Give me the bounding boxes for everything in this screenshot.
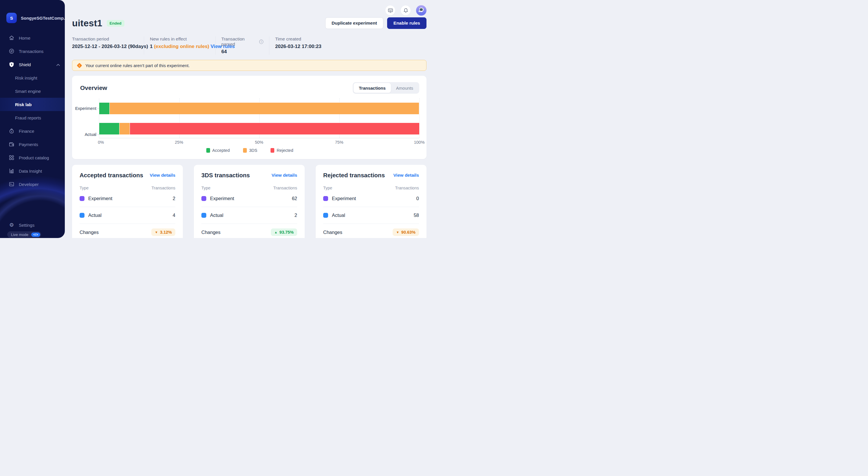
- sidebar-item-label: Developer: [19, 182, 38, 187]
- sidebar-item-risk-insight[interactable]: Risk insight: [0, 71, 65, 85]
- actual-swatch-icon: [80, 213, 85, 218]
- sidebar-item-label: Payments: [19, 142, 38, 147]
- 3ds-transactions-card: 3DS transactions View details Type Trans…: [194, 165, 305, 238]
- sidebar-item-developer[interactable]: Developer: [0, 178, 65, 191]
- legend-label: 3DS: [249, 148, 257, 153]
- warning-text: Your current online rules aren’t part of…: [85, 63, 189, 68]
- tab-transactions[interactable]: Transactions: [353, 83, 391, 93]
- feedback-smiley-icon: [388, 8, 393, 13]
- meta-transaction-parsed: Transaction parsed i 64: [215, 36, 269, 55]
- down-arrow-icon: ▼: [155, 230, 158, 234]
- company-switcher[interactable]: S SongyeSGTestComp...: [0, 0, 65, 23]
- experiment-meta: Transaction period 2025-12-12 - 2026-03-…: [72, 36, 427, 55]
- tab-amounts[interactable]: Amounts: [391, 83, 418, 93]
- user-avatar[interactable]: [416, 5, 427, 15]
- legend-item-accepted[interactable]: Accepted: [206, 148, 230, 153]
- meta-label: Time created: [275, 36, 321, 42]
- category-label-actual: Actual: [85, 132, 96, 137]
- sidebar-item-label: Data Insight: [19, 168, 42, 173]
- experiment-swatch-icon: [323, 196, 328, 201]
- sidebar-item-transactions[interactable]: Transactions: [0, 44, 65, 58]
- sidebar-item-home[interactable]: Home: [0, 31, 65, 44]
- sidebar-item-fraud-reports[interactable]: Fraud reports: [0, 111, 65, 124]
- legend-label: Accepted: [212, 148, 230, 153]
- accepted-transactions-card: Accepted transactions View details Type …: [72, 165, 183, 238]
- table-row: Actual 58: [323, 207, 419, 224]
- row-value: 0: [416, 196, 419, 201]
- meta-label: New rules in effect: [150, 36, 210, 42]
- transactions-icon: [9, 48, 14, 54]
- warning-icon: !: [77, 63, 82, 68]
- sidebar: S SongyeSGTestComp... Home Transactions …: [0, 0, 65, 238]
- new-rules-count: 1: [150, 44, 153, 49]
- chart-mode-toggle: Transactions Amounts: [353, 82, 419, 94]
- home-icon: [9, 35, 14, 41]
- transactions-column-header: Transactions: [152, 186, 175, 190]
- live-mode-toggle[interactable]: Live mode </>: [7, 231, 41, 238]
- sidebar-item-settings[interactable]: ⚙ Settings: [0, 218, 65, 232]
- topbar: [72, 0, 427, 15]
- sidebar-nav: Home Transactions Shield Risk insight Sm…: [0, 31, 65, 191]
- meta-time-created: Time created 2026-03-12 17:00:23: [269, 36, 327, 55]
- view-details-link[interactable]: View details: [150, 172, 175, 178]
- card-title: Accepted transactions: [80, 172, 143, 179]
- sidebar-item-product-catalog[interactable]: Product catalog: [0, 151, 65, 164]
- meta-value: 64: [221, 49, 263, 55]
- stat-cards-row: Accepted transactions View details Type …: [72, 165, 427, 238]
- shield-icon: [9, 62, 14, 67]
- data-insight-icon: [9, 168, 14, 174]
- legend-item-3ds[interactable]: 3DS: [243, 148, 257, 153]
- bar-segment-rejected: [130, 123, 420, 134]
- actual-swatch-icon: [323, 213, 328, 218]
- meta-transaction-period: Transaction period 2025-12-12 - 2026-03-…: [72, 36, 144, 55]
- type-column-header: Type: [80, 186, 89, 190]
- meta-value: 2026-03-12 17:00:23: [275, 44, 321, 50]
- tick-25: 25%: [175, 140, 183, 145]
- change-value: 93.75%: [279, 230, 294, 234]
- svg-text:$: $: [11, 130, 12, 133]
- company-name: SongyeSGTestComp...: [21, 15, 65, 21]
- table-row: Experiment 0: [323, 190, 419, 207]
- overview-title: Overview: [80, 85, 107, 91]
- warning-banner: ! Your current online rules aren’t part …: [72, 60, 427, 71]
- chart-x-axis: 0% 25% 50% 75% 100%: [99, 138, 419, 145]
- row-label: Actual: [332, 213, 345, 218]
- info-icon[interactable]: i: [259, 40, 263, 44]
- gear-icon: ⚙: [9, 222, 14, 228]
- experiment-swatch-icon: [80, 196, 85, 201]
- card-title: Rejected transactions: [323, 172, 385, 179]
- sidebar-item-smart-engine[interactable]: Smart engine: [0, 85, 65, 98]
- table-row: Experiment 2: [80, 190, 175, 207]
- sidebar-item-payments[interactable]: Payments: [0, 138, 65, 151]
- bar-segment-3ds: [110, 103, 419, 114]
- sidebar-item-label: Risk insight: [15, 75, 37, 81]
- chart-plot-area: [99, 98, 419, 138]
- view-details-link[interactable]: View details: [272, 172, 297, 178]
- enable-rules-button[interactable]: Enable rules: [387, 18, 427, 29]
- code-mode-icon[interactable]: </>: [31, 232, 40, 237]
- duplicate-experiment-button[interactable]: Duplicate experiment: [325, 18, 383, 29]
- sidebar-item-risk-lab[interactable]: Risk lab: [0, 98, 65, 111]
- changes-label: Changes: [202, 230, 220, 235]
- actual-swatch-icon: [202, 213, 206, 218]
- table-row: Actual 4: [80, 207, 175, 224]
- sidebar-item-label: Product catalog: [19, 155, 49, 160]
- sidebar-item-label: Shield: [19, 62, 31, 67]
- feedback-button[interactable]: [385, 5, 395, 15]
- chevron-up-icon[interactable]: [56, 62, 60, 67]
- row-label: Experiment: [88, 196, 112, 201]
- row-value: 4: [173, 213, 175, 218]
- finance-icon: $: [9, 128, 14, 134]
- sidebar-item-finance[interactable]: $ Finance: [0, 124, 65, 138]
- bell-icon: [403, 8, 408, 13]
- notifications-button[interactable]: [401, 5, 410, 15]
- view-details-link[interactable]: View details: [394, 172, 419, 178]
- legend-item-rejected[interactable]: Rejected: [271, 148, 293, 153]
- row-value: 2: [173, 196, 175, 201]
- change-value: 90.63%: [401, 230, 415, 234]
- sidebar-item-shield[interactable]: Shield: [0, 58, 65, 71]
- page-header: uitest1 Ended Duplicate experiment Enabl…: [72, 18, 427, 29]
- sidebar-item-data-insight[interactable]: Data Insight: [0, 164, 65, 178]
- changes-row: Changes ▼ 90.63%: [323, 224, 419, 236]
- change-value: 3.12%: [160, 230, 172, 234]
